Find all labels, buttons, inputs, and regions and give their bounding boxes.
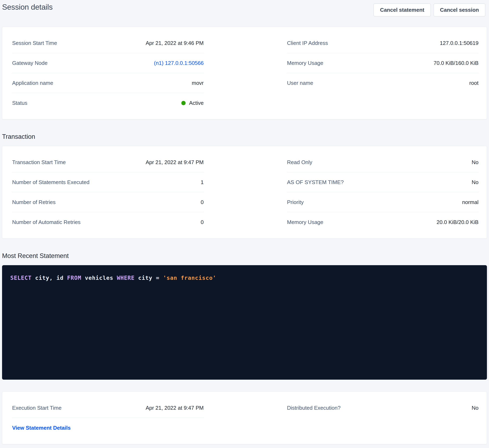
row-value: 127.0.0.1:50619 (440, 40, 479, 46)
row-label: Memory Usage (287, 219, 323, 225)
execution-card: Execution Start TimeApr 21, 2022 at 9:47… (2, 392, 487, 444)
summary-row: Read OnlyNo (287, 152, 479, 172)
row-value: movr (192, 80, 204, 86)
row-label: Priority (287, 199, 304, 206)
page-title: Session details (2, 2, 53, 12)
execution-card-grid: Execution Start TimeApr 21, 2022 at 9:47… (12, 398, 479, 438)
row-label: Memory Usage (287, 60, 323, 66)
sql-token-plain: vehicles (81, 275, 117, 281)
page-header: Session details Cancel statement Cancel … (2, 2, 487, 17)
row-label: Number of Retries (12, 199, 56, 206)
row-value: No (472, 159, 479, 166)
transaction-heading: Transaction (2, 133, 487, 141)
status-active-dot-icon (181, 101, 186, 105)
session-card-left-column: Session Start TimeApr 21, 2022 at 9:46 P… (12, 33, 204, 113)
summary-row: StatusActive (12, 93, 204, 113)
row-value: Apr 21, 2022 at 9:46 PM (146, 40, 204, 46)
summary-row: Transaction Start TimeApr 21, 2022 at 9:… (12, 152, 204, 172)
summary-row: Execution Start TimeApr 21, 2022 at 9:47… (12, 398, 204, 418)
summary-row: Memory Usage70.0 KiB/160.0 KiB (287, 53, 479, 73)
transaction-card-grid: Transaction Start TimeApr 21, 2022 at 9:… (12, 152, 479, 232)
session-details-page: Session details Cancel statement Cancel … (2, 2, 487, 444)
summary-row: AS OF SYSTEM TIME?No (287, 172, 479, 192)
sql-token-string: 'san francisco' (163, 275, 216, 281)
summary-row: Distributed Execution?No (287, 398, 479, 418)
summary-row: View Statement Details (12, 418, 204, 438)
execution-card-right-column: Distributed Execution?No (287, 398, 479, 438)
session-card-grid: Session Start TimeApr 21, 2022 at 9:46 P… (12, 33, 479, 113)
summary-row: Prioritynormal (287, 192, 479, 212)
summary-row: Gateway Node(n1) 127.0.0.1:50566 (12, 53, 204, 73)
transaction-card: Transaction Start TimeApr 21, 2022 at 9:… (2, 146, 487, 239)
row-value: 1 (201, 179, 204, 185)
header-actions: Cancel statement Cancel session (374, 2, 487, 17)
status-value: Active (181, 100, 204, 106)
session-summary-card: Session Start TimeApr 21, 2022 at 9:46 P… (2, 27, 487, 119)
row-value: 0 (201, 199, 204, 206)
row-label: Client IP Address (287, 40, 328, 46)
row-label: Number of Statements Executed (12, 179, 90, 185)
row-value: root (469, 80, 479, 86)
row-label: Session Start Time (12, 40, 57, 46)
summary-row: Number of Retries0 (12, 192, 204, 212)
row-value: No (472, 179, 479, 185)
cancel-statement-button[interactable]: Cancel statement (374, 3, 431, 17)
row-value: 0 (201, 219, 204, 225)
cancel-session-button[interactable]: Cancel session (434, 3, 485, 17)
row-value: Apr 21, 2022 at 9:47 PM (146, 405, 204, 411)
row-label: Distributed Execution? (287, 405, 341, 411)
summary-row: User nameroot (287, 73, 479, 93)
summary-row: Session Start TimeApr 21, 2022 at 9:46 P… (12, 33, 204, 53)
row-label: Status (12, 100, 27, 106)
row-label: Execution Start Time (12, 405, 62, 411)
status-text: Active (189, 100, 204, 106)
sql-token-plain: city, id (32, 275, 67, 281)
sql-statement-box: SELECT city, id FROM vehicles WHERE city… (2, 265, 487, 380)
sql-token-plain: city = (135, 275, 163, 281)
row-label: Application name (12, 80, 53, 86)
gateway-node-link[interactable]: (n1) 127.0.0.1:50566 (154, 60, 204, 66)
row-value: No (472, 405, 479, 411)
summary-row: Number of Statements Executed1 (12, 172, 204, 192)
summary-row: Memory Usage20.0 KiB/20.0 KiB (287, 212, 479, 232)
most-recent-statement-heading: Most Recent Statement (2, 252, 487, 260)
row-label: Gateway Node (12, 60, 48, 66)
summary-row: Client IP Address127.0.0.1:50619 (287, 33, 479, 53)
row-label: Read Only (287, 159, 312, 166)
view-statement-details-link[interactable]: View Statement Details (12, 425, 71, 431)
sql-token-keyword: FROM (67, 275, 81, 281)
row-label: Number of Automatic Retries (12, 219, 81, 225)
sql-token-keyword: SELECT (10, 275, 32, 281)
session-card-right-column: Client IP Address127.0.0.1:50619Memory U… (287, 33, 479, 113)
execution-card-left-column: Execution Start TimeApr 21, 2022 at 9:47… (12, 398, 204, 438)
transaction-card-left-column: Transaction Start TimeApr 21, 2022 at 9:… (12, 152, 204, 232)
row-label: AS OF SYSTEM TIME? (287, 179, 344, 185)
row-value: 70.0 KiB/160.0 KiB (434, 60, 479, 66)
summary-row: Number of Automatic Retries0 (12, 212, 204, 232)
row-value: Apr 21, 2022 at 9:47 PM (146, 159, 204, 166)
row-label: User name (287, 80, 313, 86)
sql-statement: SELECT city, id FROM vehicles WHERE city… (10, 275, 479, 281)
row-value: normal (462, 199, 479, 206)
row-label: Transaction Start Time (12, 159, 66, 166)
sql-token-keyword: WHERE (117, 275, 135, 281)
transaction-card-right-column: Read OnlyNoAS OF SYSTEM TIME?NoPriorityn… (287, 152, 479, 232)
row-value: 20.0 KiB/20.0 KiB (437, 219, 479, 225)
summary-row: Application namemovr (12, 73, 204, 93)
